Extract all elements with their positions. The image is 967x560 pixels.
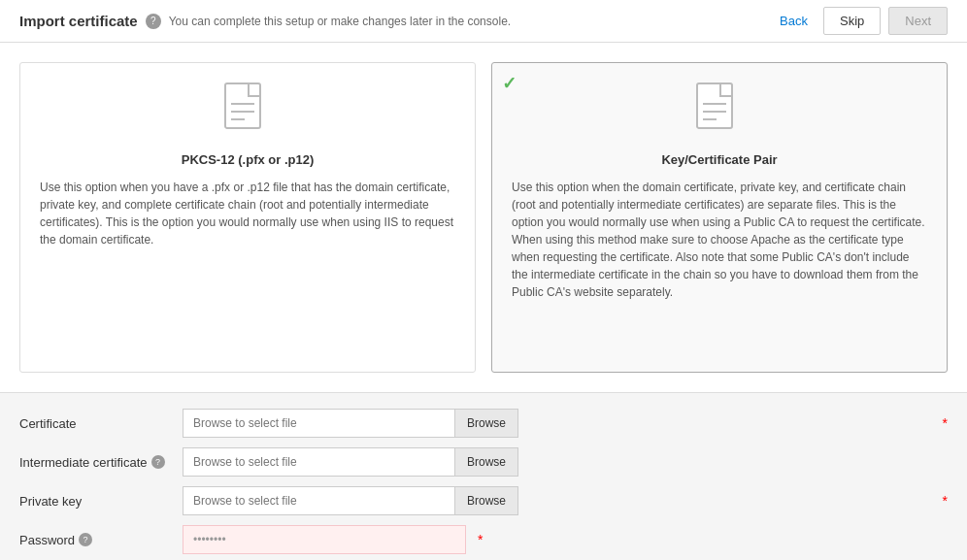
skip-button[interactable]: Skip [823,7,881,35]
password-label: Password ? [19,533,175,547]
pkcs12-icon [223,82,272,141]
form-area: Certificate Browse * Intermediate certif… [0,392,967,560]
keypair-desc: Use this option when the domain certific… [512,179,927,301]
password-row: Password ? * [19,525,948,554]
private-key-browse-button[interactable]: Browse [454,486,518,515]
certificate-input[interactable] [183,409,454,438]
intermediate-info-icon[interactable]: ? [151,455,165,469]
header-left: Import certificate ? You can complete th… [19,13,511,29]
next-button: Next [888,7,948,35]
private-key-row: Private key Browse * [19,486,948,515]
options-area: PKCS-12 (.pfx or .p12) Use this option w… [0,43,967,392]
selected-check-icon: ✓ [502,73,517,94]
intermediate-browse-button[interactable]: Browse [454,447,518,477]
certificate-browse-button[interactable]: Browse [454,409,518,438]
back-button[interactable]: Back [772,10,816,32]
pkcs12-option[interactable]: PKCS-12 (.pfx or .p12) Use this option w… [19,62,476,373]
pkcs12-title: PKCS-12 (.pfx or .p12) [40,152,455,167]
title-info-icon[interactable]: ? [146,14,161,29]
private-key-required: * [943,493,948,509]
intermediate-row: Intermediate certificate ? Browse [19,447,948,477]
certificate-input-group: Browse [183,409,931,438]
intermediate-input-group: Browse [183,447,948,477]
pkcs12-desc: Use this option when you have a .pfx or … [40,179,455,248]
certificate-label: Certificate [19,416,175,431]
certificate-row: Certificate Browse * [19,409,948,438]
page-title: Import certificate [19,13,138,29]
intermediate-input[interactable] [183,447,454,477]
private-key-label: Private key [19,494,175,509]
page-header: Import certificate ? You can complete th… [0,0,967,43]
svg-rect-0 [225,83,260,128]
password-input[interactable] [183,525,466,554]
intermediate-label: Intermediate certificate ? [19,455,175,470]
header-actions: Back Skip Next [772,7,948,35]
private-key-input-group: Browse [183,486,931,515]
page-subtitle: You can complete this setup or make chan… [169,15,511,28]
private-key-input[interactable] [183,486,454,515]
keypair-icon [695,82,744,141]
keypair-option[interactable]: ✓ Key/Certificate Pair Use this option w… [491,62,948,373]
password-info-icon[interactable]: ? [79,533,92,546]
password-required: * [478,532,483,547]
svg-rect-4 [697,83,732,128]
certificate-required: * [943,415,948,431]
keypair-title: Key/Certificate Pair [512,152,927,167]
